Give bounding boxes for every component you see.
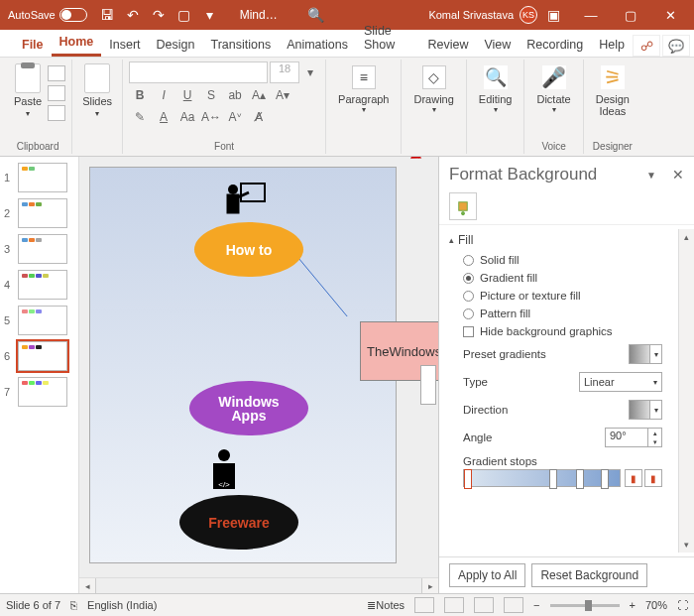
gradient-stop-handle[interactable] xyxy=(464,469,472,489)
display-options-icon[interactable]: ▣ xyxy=(543,5,563,25)
paste-button[interactable]: Paste ▾ xyxy=(10,62,46,121)
remove-stop-icon[interactable]: ▮ xyxy=(644,469,662,487)
qat-dropdown-icon[interactable]: ▾ xyxy=(200,5,220,25)
undo-icon[interactable]: ↶ xyxy=(123,5,143,25)
fill-category-icon[interactable] xyxy=(449,192,477,220)
redo-icon[interactable]: ↷ xyxy=(149,5,169,25)
zoom-slider[interactable] xyxy=(550,604,620,607)
zoom-in-icon[interactable]: + xyxy=(630,599,636,611)
maximize-icon[interactable]: ▢ xyxy=(611,0,650,30)
font-size-input[interactable]: 18 xyxy=(270,62,299,83)
tab-help[interactable]: Help xyxy=(591,33,633,57)
pane-scrollbar[interactable]: ▴▾ xyxy=(678,229,694,553)
spellcheck-icon[interactable]: ⎘ xyxy=(70,599,77,611)
tab-insert[interactable]: Insert xyxy=(101,33,148,57)
option-pattern-fill[interactable]: Pattern fill xyxy=(449,305,680,322)
drawing-button[interactable]: ◇ Drawing ▾ xyxy=(407,62,459,118)
char-spacing-icon[interactable]: A↔ xyxy=(200,107,222,127)
language-indicator[interactable]: English (India) xyxy=(87,599,157,611)
format-painter-icon[interactable] xyxy=(48,105,65,121)
section-fill[interactable]: Fill xyxy=(449,229,680,251)
save-icon[interactable]: 🖫 xyxy=(97,5,117,25)
gradient-stops-track[interactable] xyxy=(463,469,621,487)
preset-gradients-dropdown[interactable]: ▾ xyxy=(629,344,662,364)
paragraph-button[interactable]: ≡ Paragraph ▾ xyxy=(332,62,395,118)
slide-canvas[interactable]: How to TheWindows Windows Apps </> Freew… xyxy=(89,167,397,563)
highlight-icon[interactable]: ✎ xyxy=(129,107,151,127)
slide-thumb-1[interactable] xyxy=(18,163,67,192)
gradient-stop-handle[interactable] xyxy=(549,469,557,489)
font-name-input[interactable] xyxy=(129,62,268,83)
editing-button[interactable]: 🔍 Editing ▾ xyxy=(473,62,519,118)
apply-to-all-button[interactable]: Apply to All xyxy=(449,563,525,587)
superscript-icon[interactable]: Aᵛ xyxy=(224,107,246,127)
tab-recording[interactable]: Recording xyxy=(519,33,591,57)
slides-button[interactable]: Slides ▾ xyxy=(78,62,116,120)
pane-options-icon[interactable]: ▼ xyxy=(646,170,656,181)
font-dropdown-icon[interactable]: ▾ xyxy=(301,63,319,81)
gradient-stop-handle[interactable] xyxy=(601,469,609,489)
slideshow-view-icon[interactable] xyxy=(504,597,523,613)
angle-spinner[interactable]: 90°▴▾ xyxy=(605,428,662,447)
close-icon[interactable]: ✕ xyxy=(650,0,690,30)
tab-slideshow[interactable]: Slide Show xyxy=(356,19,419,57)
slide-indicator[interactable]: Slide 6 of 7 xyxy=(6,599,60,611)
tab-view[interactable]: View xyxy=(476,33,519,57)
slide-thumb-4[interactable] xyxy=(18,270,67,300)
start-from-beginning-icon[interactable]: ▢ xyxy=(174,5,194,25)
node-howto[interactable]: How to xyxy=(194,222,303,277)
notes-button[interactable]: ≣Notes xyxy=(367,599,405,612)
tab-transitions[interactable]: Transitions xyxy=(202,33,279,57)
slide-thumb-7[interactable] xyxy=(18,377,67,407)
font-color-icon[interactable]: A xyxy=(153,107,174,127)
bold-button[interactable]: B xyxy=(129,85,151,105)
option-gradient-fill[interactable]: Gradient fill xyxy=(449,269,680,287)
reset-background-button[interactable]: Reset Background xyxy=(531,563,647,587)
copy-icon[interactable] xyxy=(48,85,65,101)
tab-file[interactable]: File xyxy=(14,33,52,57)
share-icon[interactable]: ☍ xyxy=(633,35,660,57)
gradient-stop-handle[interactable] xyxy=(576,469,584,489)
scroll-right-icon[interactable]: ▸ xyxy=(422,578,438,593)
node-windows-apps[interactable]: Windows Apps xyxy=(189,381,308,435)
cut-icon[interactable] xyxy=(48,65,65,81)
slide-thumb-2[interactable] xyxy=(18,198,67,228)
zoom-level[interactable]: 70% xyxy=(645,599,667,611)
type-dropdown[interactable]: Linear▾ xyxy=(579,372,662,392)
minimize-icon[interactable]: — xyxy=(571,0,611,30)
dictate-button[interactable]: 🎤 Dictate ▾ xyxy=(530,62,576,118)
slide-thumb-6[interactable] xyxy=(18,341,67,371)
horizontal-scrollbar[interactable]: ◂▸ xyxy=(79,577,438,593)
fit-to-window-icon[interactable]: ⛶ xyxy=(677,599,688,611)
slide-thumb-3[interactable] xyxy=(18,234,67,264)
pane-close-icon[interactable]: ✕ xyxy=(672,167,684,183)
direction-dropdown[interactable]: ▾ xyxy=(629,400,662,420)
option-picture-fill[interactable]: Picture or texture fill xyxy=(449,287,680,305)
shadow-button[interactable]: S xyxy=(200,85,222,105)
increase-font-icon[interactable]: A▴ xyxy=(248,85,270,105)
tab-review[interactable]: Review xyxy=(419,33,476,57)
autosave-toggle[interactable]: AutoSave xyxy=(8,8,87,22)
search-icon[interactable]: 🔍 xyxy=(307,7,324,23)
normal-view-icon[interactable] xyxy=(414,597,434,613)
change-case-icon[interactable]: Aa xyxy=(176,107,198,127)
reading-view-icon[interactable] xyxy=(474,597,494,613)
user-account[interactable]: Komal Srivastava KS ▣ xyxy=(428,5,563,25)
underline-button[interactable]: U xyxy=(176,85,198,105)
tab-animations[interactable]: Animations xyxy=(279,33,356,57)
tab-home[interactable]: Home xyxy=(52,30,102,57)
add-stop-icon[interactable]: ▮ xyxy=(625,469,642,487)
strike-button[interactable]: ab xyxy=(224,85,246,105)
design-ideas-button[interactable]: ⚞ Design Ideas xyxy=(590,62,636,121)
clear-format-icon[interactable]: A̸ xyxy=(248,107,270,127)
text-placeholder[interactable] xyxy=(420,365,436,405)
comments-icon[interactable]: 💬 xyxy=(662,35,690,57)
tab-design[interactable]: Design xyxy=(149,33,203,57)
sorter-view-icon[interactable] xyxy=(444,597,464,613)
zoom-out-icon[interactable]: − xyxy=(533,599,539,611)
option-solid-fill[interactable]: Solid fill xyxy=(449,251,680,269)
option-hide-graphics[interactable]: Hide background graphics xyxy=(449,322,680,340)
node-freeware[interactable]: Freeware xyxy=(179,495,298,550)
scroll-left-icon[interactable]: ◂ xyxy=(79,578,95,593)
decrease-font-icon[interactable]: A▾ xyxy=(272,85,293,105)
